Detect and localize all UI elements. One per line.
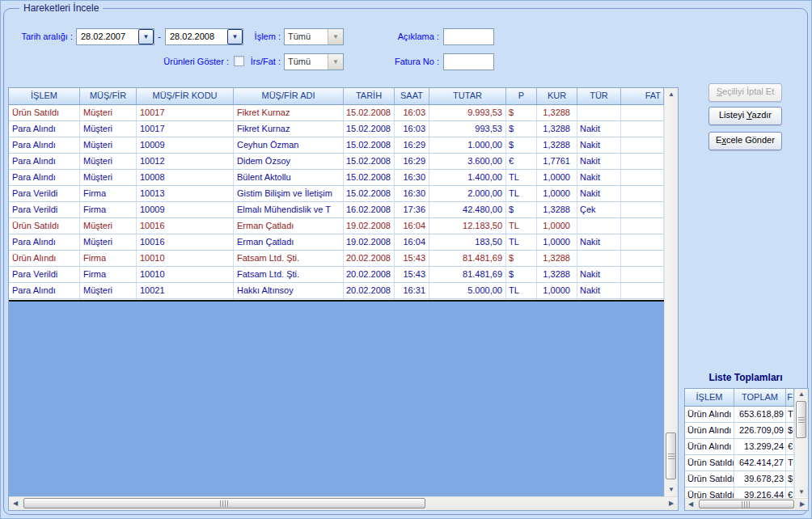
export-excel-button[interactable]: Excele Gönder	[708, 132, 782, 150]
cell: Nakit	[577, 234, 621, 250]
scroll-left-button[interactable]: ◀	[9, 497, 22, 510]
scroll-right-button[interactable]: ▶	[797, 499, 808, 510]
table-row[interactable]: Ürün SatıldıMüşteri10016Erman Çatladı19.…	[9, 218, 664, 234]
table-row[interactable]: Para AlındıMüşteri10021Hakkı Altınsoy20.…	[9, 283, 664, 299]
table-row[interactable]: Ürün Alındı13.299,24€	[685, 439, 794, 455]
cell: 1,0000	[537, 170, 577, 185]
totals-rows: Ürün Alındı653.618,89TÜrün Alındı226.709…	[685, 407, 794, 498]
totals-horizontal-scrollbar[interactable]: ◀ ▶	[685, 498, 808, 510]
cell: 15.02.2008	[344, 170, 395, 185]
cell: 15.02.2008	[344, 154, 395, 169]
scroll-up-button[interactable]: ▲	[665, 88, 678, 101]
scroll-right-button[interactable]: ▶	[665, 497, 678, 510]
cell: Bülent Aktollu	[234, 170, 344, 185]
urunleri-goster-label: Ürünleri Göster :	[158, 57, 229, 66]
scroll-down-button[interactable]: ▼	[795, 487, 808, 497]
cell: 993,53	[429, 121, 506, 137]
scroll-thumb[interactable]	[23, 498, 425, 508]
scroll-thumb[interactable]	[666, 432, 676, 479]
column-header[interactable]: İŞLEM	[685, 389, 734, 406]
scrollbar-track[interactable]	[795, 399, 808, 487]
table-row[interactable]: Ürün Satıldı39.216,44€	[685, 487, 794, 498]
cancel-selected-button[interactable]: Seçiliyi İptal Et	[708, 83, 782, 102]
date-to-picker[interactable]: 28.02.2008 ▼	[165, 28, 243, 45]
aciklama-input[interactable]	[443, 28, 494, 45]
column-header[interactable]: MÜŞ/FİR ADI	[234, 88, 344, 104]
cell: Nakit	[577, 137, 621, 153]
totals-vertical-scrollbar[interactable]: ▲ ▼	[794, 389, 808, 497]
date-from-picker[interactable]: 28.02.2007 ▼	[76, 28, 154, 45]
cell: $	[786, 423, 794, 438]
irsfat-dropdown-button[interactable]: ▼	[328, 54, 343, 70]
cell: Nakit	[577, 121, 621, 137]
cell	[621, 186, 664, 201]
scrollbar-track[interactable]	[665, 101, 678, 483]
table-row[interactable]: Para VerildiFirma10010Fatsam Ltd. Şti.20…	[9, 267, 664, 283]
scroll-thumb[interactable]	[699, 500, 794, 508]
cell: Müşteri	[80, 234, 137, 250]
column-header[interactable]: TOPLAM	[734, 389, 786, 406]
cell: 15.02.2008	[344, 137, 395, 153]
irsfat-combobox[interactable]: Tümü ▼	[284, 53, 344, 70]
cell: Müşteri	[80, 218, 137, 234]
column-header[interactable]: SAAT	[395, 88, 429, 104]
cell: Müşteri	[80, 137, 137, 153]
column-header[interactable]: KUR	[537, 88, 577, 104]
cell	[621, 251, 664, 266]
table-row[interactable]: Ürün Satıldı642.414,27T	[685, 455, 794, 471]
table-row[interactable]: Ürün SatıldıMüşteri10017Fikret Kurnaz15.…	[9, 105, 664, 121]
table-row[interactable]: Para AlındıMüşteri10012Didem Özsoy15.02.…	[9, 154, 664, 170]
cell: 15:43	[395, 251, 429, 266]
column-header[interactable]: İŞLEM	[9, 88, 80, 104]
chevron-down-icon: ▼	[232, 34, 239, 40]
cell: 20.02.2008	[344, 251, 395, 266]
selection-strip[interactable]	[9, 302, 664, 496]
print-list-button[interactable]: Listeyi Yazdır	[708, 107, 782, 125]
column-header[interactable]: TUTAR	[429, 88, 506, 104]
scrollbar-track[interactable]	[696, 499, 797, 510]
scroll-thumb[interactable]	[796, 401, 806, 438]
cell: €	[786, 439, 794, 454]
table-row[interactable]: Para VerildiFirma10013Gistim Bilişim ve …	[9, 186, 664, 202]
islem-combobox[interactable]: Tümü ▼	[284, 28, 344, 45]
cell: $	[506, 137, 537, 153]
column-header[interactable]: FAT	[621, 88, 664, 104]
cell: 16:29	[395, 137, 429, 153]
table-row[interactable]: Para AlındıMüşteri10016Erman Çatladı19.0…	[9, 234, 664, 251]
table-row[interactable]: Para VerildiFirma10009Elmalı Mühendislik…	[9, 202, 664, 218]
date-range-label: Tarih aralığı :	[8, 32, 73, 41]
scrollbar-track[interactable]	[22, 497, 665, 510]
grid-vertical-scrollbar[interactable]: ▲ ▼	[664, 88, 678, 496]
table-row[interactable]: Para AlındıMüşteri10008Bülent Aktollu15.…	[9, 170, 664, 186]
table-row[interactable]: Ürün AlındıFirma10010Fatsam Ltd. Şti.20.…	[9, 251, 664, 267]
cell: 10012	[137, 154, 234, 169]
grid-rows: Ürün SatıldıMüşteri10017Fikret Kurnaz15.…	[9, 105, 664, 300]
cell: 15.02.2008	[344, 105, 395, 120]
table-row[interactable]: Ürün Alındı226.709,09$	[685, 423, 794, 439]
cell: 1,0000	[537, 186, 577, 201]
column-header[interactable]: MÜŞ/FİR	[80, 88, 137, 104]
cell: 12.183,50	[429, 218, 506, 234]
islem-dropdown-button[interactable]: ▼	[328, 29, 343, 44]
scroll-down-button[interactable]: ▼	[665, 483, 678, 496]
column-header[interactable]: P	[506, 88, 537, 104]
cell: 10009	[137, 137, 234, 153]
column-header[interactable]: TARİH	[344, 88, 395, 104]
table-row[interactable]: Ürün Satıldı39.678,23$	[685, 471, 794, 487]
column-header[interactable]: MÜŞ/FİR KODU	[137, 88, 234, 104]
scroll-left-button[interactable]: ◀	[685, 499, 696, 510]
table-row[interactable]: Ürün Alındı653.618,89T	[685, 407, 794, 423]
table-row[interactable]: Para AlındıMüşteri10017Fikret Kurnaz15.0…	[9, 121, 664, 137]
irsfat-label: İrs/Fat :	[239, 57, 281, 66]
table-row[interactable]: Para AlındıMüşteri10009Ceyhun Özman15.02…	[9, 137, 664, 154]
column-header[interactable]: F	[786, 389, 794, 406]
date-from-dropdown-button[interactable]: ▼	[138, 29, 154, 44]
cell: Erman Çatladı	[234, 234, 344, 250]
cell: Ürün Alındı	[9, 251, 80, 266]
cell: TL	[506, 218, 537, 234]
cell: Fikret Kurnaz	[234, 121, 344, 137]
grid-horizontal-scrollbar[interactable]: ◀ ▶	[9, 496, 678, 510]
scroll-up-button[interactable]: ▲	[795, 389, 808, 399]
column-header[interactable]: TÜR	[577, 88, 621, 104]
fatura-no-input[interactable]	[443, 53, 494, 70]
